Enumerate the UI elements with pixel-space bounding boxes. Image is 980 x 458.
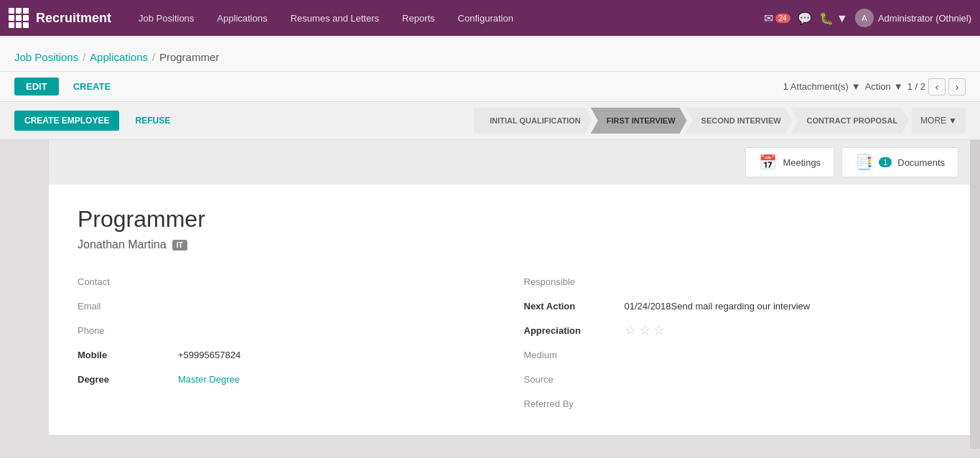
source-label: Source [524,374,625,385]
main-layout: 📅 Meetings 📑 1 Documents Programmer Jona… [0,140,980,449]
status-bar: CREATE EMPLOYEE REFUSE INITIAL QUALIFICA… [0,102,980,140]
breadcrumb: Job Positions / Applications / Programme… [0,36,980,72]
more-label: MORE [920,116,946,126]
mobile-label: Mobile [78,350,178,360]
action-button[interactable]: Action ▼ [865,81,903,92]
applicant-name: Jonathan Martina [78,238,167,251]
user-menu[interactable]: A Administrator (Othniel) [855,9,971,27]
star-1[interactable]: ☆ [625,322,636,338]
appreciation-label: Appreciation [524,325,625,336]
form-right: Responsible Next Action 01/24/2018Send m… [524,271,942,413]
star-3[interactable]: ☆ [653,322,665,338]
left-sidebar [0,140,49,449]
notification-count: 24 [775,14,790,23]
applicant-subtitle: Jonathan Martina IT [78,238,941,251]
stage-more-button[interactable]: MORE ▼ [912,108,966,134]
next-action-field: Next Action 01/24/2018Send mail regardin… [524,296,942,316]
nav-configuration[interactable]: Configuration [448,9,523,28]
contact-label: Contact [78,276,178,287]
page-navigation: 1 / 2 ‹ › [907,78,966,95]
at-icon: ✉ [764,11,773,25]
mobile-field: Mobile +59995657824 [78,345,495,365]
phone-field: Phone [78,320,495,340]
create-button[interactable]: CREATE [66,78,118,95]
action-dropdown-icon: ▼ [894,81,903,92]
breadcrumb-sep-2: / [152,52,155,63]
star-2[interactable]: ☆ [639,322,650,338]
nav-resumes-letters[interactable]: Resumes and Letters [280,9,389,28]
create-employee-button[interactable]: CREATE EMPLOYEE [14,111,119,131]
referred-by-field: Referred By [524,393,942,413]
next-action-label: Next Action [524,301,625,312]
edit-button[interactable]: EDIT [14,78,59,95]
notification-bell[interactable]: ✉ 24 [764,11,790,25]
applicant-title: Programmer [78,206,941,233]
meetings-button[interactable]: 📅 Meetings [745,147,834,177]
nav-job-positions[interactable]: Job Positions [129,9,204,28]
responsible-label: Responsible [524,276,625,287]
department-badge: IT [172,240,187,251]
document-icon: 📑 [855,154,873,171]
appreciation-field: Appreciation ☆ ☆ ☆ [524,320,942,340]
nav-right-icons: ✉ 24 💬 🐛 ▼ A Administrator (Othniel) [764,9,971,27]
degree-label: Degree [78,374,178,385]
responsible-field: Responsible [524,271,942,291]
degree-value[interactable]: Master Degree [178,374,495,385]
phone-label: Phone [78,325,178,336]
breadcrumb-current: Programmer [159,51,219,63]
next-action-value: 01/24/2018Send mail regarding our interv… [625,301,942,312]
bug-icon[interactable]: 🐛 ▼ [819,11,848,25]
stage-initial-qualification[interactable]: INITIAL QUALIFICATION [474,108,592,134]
email-field: Email [78,296,495,316]
attachment-dropdown-icon: ▼ [851,81,861,92]
content-body: Programmer Jonathan Martina IT Contact E… [49,184,970,435]
breadcrumb-sep-1: / [83,52,85,63]
breadcrumb-applications[interactable]: Applications [90,51,148,63]
attachment-button[interactable]: 1 Attachment(s) ▼ [783,81,861,92]
email-label: Email [78,301,178,312]
user-name: Administrator (Othniel) [878,13,971,24]
top-navigation: Recruitment Job Positions Applications R… [0,0,980,36]
page-indicator: 1 / 2 [907,81,925,92]
content-area: 📅 Meetings 📑 1 Documents Programmer Jona… [49,140,970,449]
form-grid: Contact Email Phone Mobile +59995657824 [78,271,941,413]
stage-first-interview[interactable]: FIRST INTERVIEW [591,108,687,134]
documents-count: 1 [879,157,892,167]
pipeline: INITIAL QUALIFICATION FIRST INTERVIEW SE… [474,108,966,134]
page-prev-button[interactable]: ‹ [928,78,946,95]
content-header: 📅 Meetings 📑 1 Documents [49,140,970,184]
contact-field: Contact [78,271,495,291]
page-next-button[interactable]: › [948,78,966,95]
nav-reports[interactable]: Reports [392,9,445,28]
app-brand: Recruitment [36,11,111,26]
chat-icon[interactable]: 💬 [798,11,812,25]
referred-by-label: Referred By [524,398,625,409]
stage-contract-proposal[interactable]: CONTRACT PROPOSAL [791,108,910,134]
action-bar-right: 1 Attachment(s) ▼ Action ▼ 1 / 2 ‹ › [783,78,966,95]
refuse-button[interactable]: REFUSE [125,111,180,131]
more-dropdown-icon: ▼ [948,116,957,126]
mobile-value: +59995657824 [178,350,495,360]
documents-button[interactable]: 📑 1 Documents [841,147,958,177]
breadcrumb-job-positions[interactable]: Job Positions [14,51,78,63]
meetings-label: Meetings [783,157,821,168]
medium-field: Medium [524,345,942,365]
avatar: A [855,9,874,27]
action-label: Action [865,81,891,92]
attachment-label: 1 Attachment(s) [783,81,849,92]
source-field: Source [524,369,942,389]
appreciation-stars: ☆ ☆ ☆ [625,322,942,338]
documents-label: Documents [897,157,945,168]
stage-second-interview[interactable]: SECOND INTERVIEW [686,108,793,134]
nav-menu: Job Positions Applications Resumes and L… [129,9,764,28]
form-left: Contact Email Phone Mobile +59995657824 [78,271,495,413]
degree-field: Degree Master Degree [78,369,495,389]
medium-label: Medium [524,350,625,360]
right-scrollbar[interactable] [970,140,980,449]
app-grid-icon[interactable] [9,8,29,28]
nav-applications[interactable]: Applications [207,9,277,28]
calendar-icon: 📅 [759,154,777,171]
action-bar: EDIT CREATE 1 Attachment(s) ▼ Action ▼ 1… [0,72,980,102]
